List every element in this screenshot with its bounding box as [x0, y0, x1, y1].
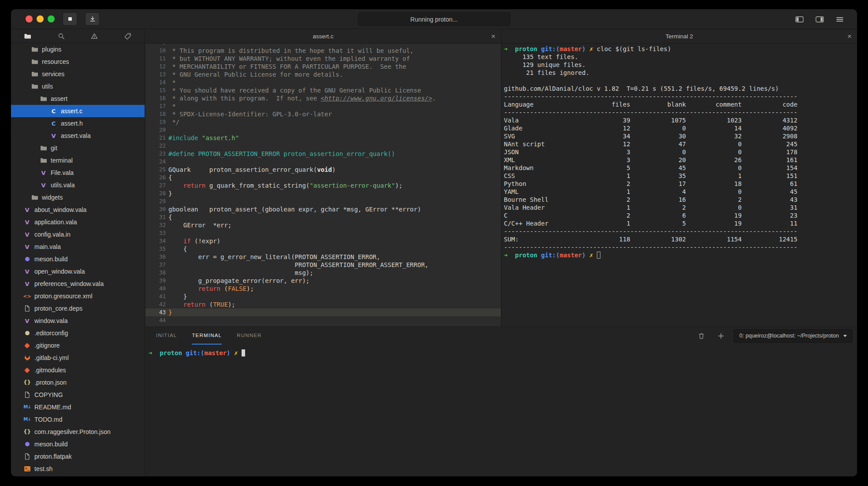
code-line-21[interactable]: 21#include "assert.h": [145, 134, 501, 142]
close-editor-button[interactable]: ×: [491, 33, 495, 40]
tree-item-proton_core.deps[interactable]: proton_core.deps: [11, 302, 145, 315]
tab-initial[interactable]: INITIAL: [156, 327, 177, 345]
search-panel-button[interactable]: [45, 29, 78, 43]
tree-item-services[interactable]: services: [11, 68, 145, 80]
code-line-10[interactable]: 10 * This program is distributed in the …: [145, 47, 501, 55]
code-line-12[interactable]: 12 * MERCHANTABILITY or FITNESS FOR A PA…: [145, 63, 501, 70]
code-line-36[interactable]: 36 err = g_error_new_literal(PROTON_ASSE…: [145, 253, 501, 261]
tree-item-README.md[interactable]: M↓README.md: [11, 401, 145, 413]
tree-item-main.vala[interactable]: Vmain.vala: [11, 241, 145, 253]
code-line-14[interactable]: 14 *: [145, 78, 501, 86]
toggle-right-panel-button[interactable]: [813, 13, 826, 26]
tree-item-assert.h[interactable]: Cassert.h: [11, 117, 145, 130]
tree-item-COPYING[interactable]: COPYING: [11, 389, 145, 401]
tree-item-File.vala[interactable]: VFile.vala: [11, 167, 145, 179]
tree-item-.gitmodules[interactable]: .gitmodules: [11, 364, 145, 376]
tree-item-TODO.md[interactable]: M↓TODO.md: [11, 413, 145, 426]
code-line-30[interactable]: 30gboolean proton_assert_(gboolean expr,…: [145, 205, 501, 213]
code-line-41[interactable]: 41 }: [145, 293, 501, 301]
code-line-26[interactable]: 26{: [145, 174, 501, 182]
tree-item-resources[interactable]: resources: [11, 56, 145, 68]
tree-item-application.vala[interactable]: Vapplication.vala: [11, 216, 145, 228]
code-line-19[interactable]: 19 */: [145, 118, 501, 126]
line-number: 29: [145, 197, 166, 205]
tree-item-com.raggesilver.Proton.json[interactable]: {}com.raggesilver.Proton.json: [11, 426, 145, 438]
code-line-38[interactable]: 38 msg);: [145, 269, 501, 277]
code-line-37[interactable]: 37 PROTON_ASSERTION_ERROR_ASSERT_ERROR,: [145, 261, 501, 269]
code-line-22[interactable]: 22: [145, 142, 501, 150]
tree-item-preferences_window.vala[interactable]: Vpreferences_window.vala: [11, 278, 145, 290]
tree-item-proton.gresource.xml[interactable]: <>proton.gresource.xml: [11, 290, 145, 302]
code-line-17[interactable]: 17 *: [145, 102, 501, 110]
tree-item-window.vala[interactable]: Vwindow.vala: [11, 315, 145, 327]
code-line-27[interactable]: 27 return g_quark_from_static_string("as…: [145, 182, 501, 189]
code-line-44[interactable]: 44: [145, 316, 501, 324]
code-line-33[interactable]: 33: [145, 229, 501, 237]
code-editor[interactable]: 9 *10 * This program is distributed in t…: [145, 44, 501, 326]
code-line-25[interactable]: 25GQuark proton_assertion_error_quark(vo…: [145, 166, 501, 174]
tree-item-plugins[interactable]: plugins: [11, 43, 145, 56]
minimize-window-button[interactable]: [37, 15, 44, 22]
terminal-output[interactable]: ➜ proton git:(master) ✗: [145, 345, 857, 357]
tree-item-assert[interactable]: assert: [11, 93, 145, 105]
tree-item-git[interactable]: git: [11, 142, 145, 154]
code-line-11[interactable]: 11 * but WITHOUT ANY WARRANTY; without e…: [145, 55, 501, 63]
tree-item-terminal[interactable]: terminal: [11, 154, 145, 167]
code-line-35[interactable]: 35 {: [145, 245, 501, 253]
tree-item-.editorconfig[interactable]: .editorconfig: [11, 327, 145, 339]
code-line-13[interactable]: 13 * GNU General Public License for more…: [145, 70, 501, 78]
tab-terminal[interactable]: TERMINAL: [192, 327, 222, 345]
tab-runner[interactable]: RUNNER: [237, 327, 261, 345]
tree-item-utils[interactable]: utils: [11, 80, 145, 93]
code-line-40[interactable]: 40 return (FALSE);: [145, 285, 501, 293]
code-line-15[interactable]: 15 * You should have received a copy of …: [145, 86, 501, 94]
tree-item-open_window.vala[interactable]: Vopen_window.vala: [11, 265, 145, 278]
close-window-button[interactable]: [26, 15, 33, 22]
code-line-28[interactable]: 28}: [145, 189, 501, 197]
code-line-31[interactable]: 31{: [145, 213, 501, 221]
tree-item-utils.vala[interactable]: Vutils.vala: [11, 179, 145, 191]
menu-button[interactable]: [833, 13, 846, 26]
code-line-20[interactable]: 20: [145, 126, 501, 134]
tree-item-assert.vala[interactable]: Vassert.vala: [11, 130, 145, 142]
terminal2-output[interactable]: ➜ proton git:(master) ✗ cloc $(git ls-fi…: [502, 44, 857, 326]
close-terminal2-button[interactable]: ×: [847, 33, 852, 40]
tree-item-test.sh[interactable]: >_test.sh: [11, 463, 145, 475]
code-line-39[interactable]: 39 g_propagate_error(error, err);: [145, 277, 501, 285]
tree-item-proton.flatpak[interactable]: proton.flatpak: [11, 450, 145, 463]
code-line-32[interactable]: 32 GError *err;: [145, 221, 501, 229]
code-line-29[interactable]: 29: [145, 197, 501, 205]
delete-terminal-button[interactable]: [695, 330, 708, 342]
tree-item-meson.build[interactable]: meson.build: [11, 438, 145, 450]
code-line-34[interactable]: 34 if (!expr): [145, 237, 501, 245]
tree-item-.gitignore[interactable]: .gitignore: [11, 339, 145, 352]
toggle-left-panel-button[interactable]: [793, 13, 806, 26]
omnibar[interactable]: Running proton...: [358, 12, 510, 26]
tree-item-config.vala.in[interactable]: Vconfig.vala.in: [11, 228, 145, 241]
export-button[interactable]: [85, 12, 100, 26]
maximize-window-button[interactable]: [48, 15, 55, 22]
cloc-table-row: Vala 39 1075 1023 4312: [504, 116, 857, 124]
tree-item-assert.c[interactable]: Cassert.c: [11, 105, 145, 117]
cloc-separator: ----------------------------------------…: [504, 93, 857, 100]
tree-item-about_window.vala[interactable]: Vabout_window.vala: [11, 204, 145, 216]
code-line-42[interactable]: 42 return (TRUE);: [145, 301, 501, 308]
tree-item-meson.build[interactable]: meson.build: [11, 253, 145, 265]
meson-icon: [23, 256, 31, 263]
code-line-24[interactable]: 24: [145, 158, 501, 166]
bottom-panel: INITIALTERMINALRUNNER 0: pqueiroz@localh…: [145, 326, 857, 476]
tree-item-.proton.json[interactable]: {}.proton.json: [11, 376, 145, 389]
code-line-23[interactable]: 23#define PROTON_ASSERTION_ERROR proton_…: [145, 150, 501, 158]
todo-panel-button[interactable]: [111, 29, 145, 43]
tree-item-widgets[interactable]: widgets: [11, 191, 145, 204]
diagnostics-panel-button[interactable]: [78, 29, 112, 43]
terminal-session-selector[interactable]: 0: pqueiroz@localhost: ~/Projects/proton: [734, 329, 853, 343]
line-number: 21: [145, 134, 166, 142]
new-terminal-button[interactable]: [714, 330, 727, 342]
project-tree-panel-button[interactable]: [11, 29, 45, 43]
code-line-18[interactable]: 18 * SPDX-License-Identifier: GPL-3.0-or…: [145, 110, 501, 118]
tree-item-.gitlab-ci.yml[interactable]: .gitlab-ci.yml: [11, 352, 145, 364]
stop-button[interactable]: [63, 12, 77, 26]
code-line-16[interactable]: 16 * along with this program. If not, se…: [145, 94, 501, 102]
code-line-43[interactable]: 43}: [145, 308, 501, 316]
